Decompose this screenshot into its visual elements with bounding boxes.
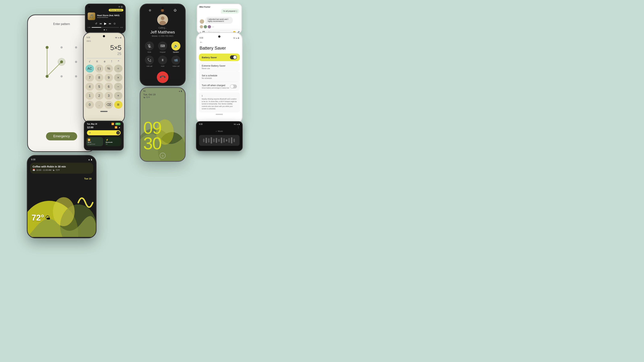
backspace-button[interactable]: ⌫ xyxy=(104,101,113,109)
signal-5g: 5G xyxy=(233,37,236,39)
hold-action[interactable]: ⏸ Hold xyxy=(157,55,168,67)
prev-button[interactable]: ⏮ xyxy=(100,22,102,25)
mute-button[interactable] xyxy=(145,41,154,50)
toggle-circle xyxy=(233,56,236,59)
camera-notch xyxy=(103,35,105,37)
svg-rect-26 xyxy=(206,138,207,143)
battery-icon: ▮ xyxy=(238,37,239,39)
quick-tiles: 📶 Wi-Fi GoogleGuest ⚡ Bluetooth Off xyxy=(84,136,123,147)
speaker-action[interactable]: 🔊 Speaker xyxy=(170,41,181,53)
add-call-action[interactable]: Add call xyxy=(144,55,155,67)
multiply-button[interactable]: × xyxy=(114,74,122,82)
bluetooth-tile-icon: ⚡ xyxy=(106,139,120,141)
calc-extras[interactable]: √ π e ! ^ xyxy=(84,59,124,64)
battery-saver-row[interactable]: Battery Saver xyxy=(199,53,240,61)
playback-controls[interactable]: ↺ ⏮ ▶ ⏭ ⊙ xyxy=(86,21,125,26)
pi-button[interactable]: π xyxy=(96,60,98,63)
info-text: Nearby Sharing requires Bluetooth and Lo… xyxy=(202,98,237,110)
three-button[interactable]: 3 xyxy=(104,92,113,100)
svg-rect-35 xyxy=(228,138,230,143)
schedule-label: Set a schedule xyxy=(202,74,237,77)
two-button[interactable]: 2 xyxy=(95,92,104,100)
bluetooth-tile[interactable]: ⚡ Bluetooth Off xyxy=(104,137,121,146)
zero-button[interactable]: 0 xyxy=(86,101,94,109)
status-time: 9:30 xyxy=(199,123,202,125)
cast-button[interactable]: ⊙ xyxy=(114,22,116,25)
video-call-button[interactable]: 📹 xyxy=(171,55,180,65)
fingerprint-icon[interactable]: ◎ xyxy=(160,153,166,159)
turnoff-row[interactable]: Turn off when charged Show battery perce… xyxy=(199,82,240,91)
call-actions: Mute ⌨ Keypad 🔊 Speaker Add call xyxy=(140,38,185,69)
signal-bars: ▲ xyxy=(118,36,120,38)
hold-button[interactable]: ⏸ xyxy=(158,55,167,65)
progress-track[interactable] xyxy=(92,27,119,28)
clock-weather: 🌤 72°F xyxy=(140,96,185,99)
schedule-sub: No schedule xyxy=(202,77,237,79)
pattern-grid[interactable] xyxy=(40,40,83,84)
ac-button[interactable]: AC xyxy=(86,65,94,73)
brightness-knob[interactable]: ☀ xyxy=(116,131,120,135)
seven-button[interactable]: 7 xyxy=(86,74,94,82)
sqrt-button[interactable]: √ xyxy=(89,60,90,63)
e-button[interactable]: e xyxy=(104,60,106,63)
plus-button[interactable]: + xyxy=(114,92,122,100)
brightness-slider[interactable]: ☀ ☀ xyxy=(87,130,120,135)
next-button[interactable]: ⏭ xyxy=(109,22,112,25)
equals-button[interactable]: = xyxy=(114,101,122,109)
paren-button[interactable]: ( ) xyxy=(95,65,104,73)
eight-button[interactable]: 8 xyxy=(95,74,104,82)
video-call-action[interactable]: 📹 Video call xyxy=(170,55,181,67)
pow-button[interactable]: ^ xyxy=(118,60,119,63)
emergency-button[interactable]: Emergency xyxy=(46,132,77,140)
signal-bars: ▲ xyxy=(236,37,238,39)
four-button[interactable]: 4 xyxy=(86,83,94,91)
event-time: 10:00 - 11:00 AM xyxy=(36,169,52,171)
add-call-button[interactable] xyxy=(145,55,154,65)
settings-icon[interactable]: ⚙ xyxy=(118,6,120,8)
decimal-button[interactable]: . xyxy=(95,101,104,109)
five-button[interactable]: 5 xyxy=(95,83,104,91)
participant-avatar-3 xyxy=(208,25,211,28)
back-button[interactable]: ← xyxy=(197,39,242,44)
svg-point-2 xyxy=(46,46,48,49)
dot-indicator xyxy=(106,29,107,30)
calc-grid[interactable]: AC ( ) % ÷ 7 8 9 × 4 5 6 − 1 2 3 + 0 . ⌫… xyxy=(84,64,124,110)
keypad-action[interactable]: ⌨ Keypad xyxy=(157,41,168,53)
extreme-battery-saver-row[interactable]: Extreme Battery Saver Never use xyxy=(199,62,240,72)
their-message-bubble: I attended last week and I highly recomm… xyxy=(206,17,233,24)
weather-icon: 🌤 xyxy=(52,169,54,171)
menu-dots[interactable]: ⋮ xyxy=(237,126,240,129)
fact-button[interactable]: ! xyxy=(111,60,112,63)
battery-icon: ▮ xyxy=(181,90,182,92)
keypad-button[interactable]: ⌨ xyxy=(158,41,167,50)
status-bar: 5G ▲ ▮ xyxy=(140,88,185,92)
power-icon[interactable]: ⏻ xyxy=(121,6,122,8)
replay-button[interactable]: ↺ xyxy=(95,22,97,25)
wifi-tile[interactable]: 📶 Wi-Fi GoogleGuest xyxy=(86,137,103,146)
one-button[interactable]: 1 xyxy=(86,92,94,100)
home-indicator xyxy=(100,111,108,112)
phone-messages: Mike Fischer I'm all prepared :) I atten… xyxy=(197,3,242,33)
minus-button[interactable]: − xyxy=(114,83,122,91)
caller-info: Calling... Jeff Matthews Mobile +1 650-7… xyxy=(140,13,185,38)
end-call-area[interactable]: 📞 xyxy=(140,71,185,83)
battery-saver-toggle[interactable] xyxy=(230,55,237,59)
percent-button[interactable]: % xyxy=(104,65,113,73)
play-button[interactable]: ▶ xyxy=(104,21,107,25)
speaker-button[interactable]: 🔊 xyxy=(171,41,180,50)
status-bar: 9:30 ▲ ▮ xyxy=(28,156,96,161)
calc-expression: 5×5 xyxy=(86,44,121,52)
wifi-tile-label: Wi-Fi xyxy=(88,142,102,143)
turnoff-toggle[interactable] xyxy=(230,84,237,88)
signal-icon: ▲ xyxy=(88,158,90,161)
svg-rect-33 xyxy=(223,138,225,143)
divide-button[interactable]: ÷ xyxy=(114,65,122,73)
mute-action[interactable]: Mute xyxy=(144,41,155,53)
dot-indicator xyxy=(104,29,105,30)
calculator-display: DEG ⋮ 5×5 25 xyxy=(84,38,124,57)
end-call-button[interactable]: 📞 xyxy=(154,69,171,86)
sender-avatar xyxy=(200,19,204,24)
nine-button[interactable]: 9 xyxy=(104,74,113,82)
six-button[interactable]: 6 xyxy=(104,83,113,91)
schedule-row[interactable]: Set a schedule No schedule xyxy=(199,72,240,81)
